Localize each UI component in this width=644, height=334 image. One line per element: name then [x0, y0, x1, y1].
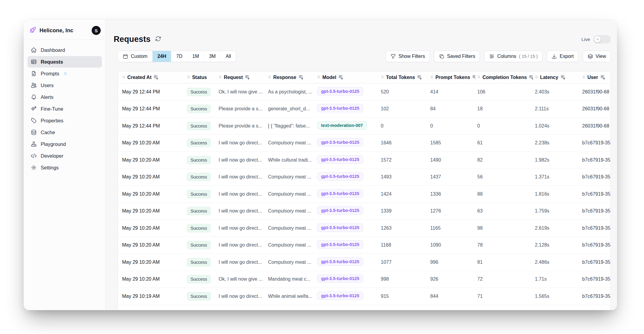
- model-badge: gpt-3.5-turbo-0125: [317, 87, 363, 96]
- table-row[interactable]: May 29 12:44 PMSuccessPlease provide a s…: [118, 101, 611, 118]
- time-filter-1m[interactable]: 1M: [187, 51, 204, 62]
- time-filter-3m[interactable]: 3M: [204, 51, 220, 62]
- cell-user: b7c67919-35: [580, 191, 611, 197]
- column-header-prompt-tokens[interactable]: ⠿Prompt Tokens: [428, 75, 475, 80]
- cell-status: Success: [185, 190, 217, 198]
- sort-button[interactable]: [338, 75, 343, 80]
- time-filter-24h[interactable]: 24H: [152, 51, 171, 62]
- sort-button[interactable]: [529, 75, 533, 80]
- sort-button[interactable]: [472, 75, 475, 80]
- sidebar-item-playground[interactable]: Playground: [27, 138, 102, 150]
- table-row[interactable]: May 29 10:19 AMSuccessI will now go dire…: [118, 288, 611, 305]
- sort-button[interactable]: [560, 75, 566, 80]
- cell-completion-tokens: 88: [475, 191, 533, 197]
- sidebar-item-developer[interactable]: Developer: [27, 150, 102, 162]
- table-row[interactable]: May 29 10:20 AMSuccessI will now go dire…: [118, 152, 611, 169]
- drag-handle-icon[interactable]: ⠿: [477, 75, 480, 79]
- cell-response: As a psychologist, ...: [266, 89, 315, 95]
- sort-button[interactable]: [298, 75, 304, 80]
- sidebar-item-cache[interactable]: Cache: [27, 127, 102, 138]
- cell-model: gpt-3.5-turbo-0125: [315, 257, 379, 267]
- drag-handle-icon[interactable]: ⠿: [219, 75, 222, 79]
- cell-response: Compulsory meat ...: [266, 191, 315, 197]
- column-header-response[interactable]: ⠿Response: [266, 75, 315, 80]
- cell-user: b7c67919-35: [580, 140, 611, 146]
- drag-handle-icon[interactable]: ⠿: [535, 75, 538, 79]
- table-row[interactable]: May 29 10:20 AMSuccessOk, I will now giv…: [118, 271, 611, 288]
- sidebar-item-properties[interactable]: Properties: [27, 115, 102, 126]
- column-header-status[interactable]: ⠿Status: [185, 75, 217, 80]
- sidebar-item-users[interactable]: Users: [27, 80, 102, 91]
- cell-completion-tokens: 82: [475, 157, 533, 163]
- sort-button[interactable]: [417, 75, 422, 80]
- cell-prompt-tokens: 1090: [428, 242, 475, 248]
- table-row[interactable]: May 29 12:44 PMSuccessOk, I will now giv…: [118, 84, 611, 101]
- table-row[interactable]: May 29 10:20 AMSuccessI will now go dire…: [118, 135, 611, 152]
- users-icon: [31, 82, 37, 88]
- avatar[interactable]: S: [92, 26, 101, 35]
- column-label: Prompt Tokens: [435, 75, 470, 80]
- cell-created-at: May 29 10:20 AM: [120, 242, 185, 248]
- table-row[interactable]: May 29 10:20 AMSuccessI will now go dire…: [118, 237, 611, 254]
- cell-request: Please provide a s...: [217, 106, 266, 112]
- time-filter-custom[interactable]: Custom: [118, 51, 152, 62]
- sidebar-item-prompts[interactable]: Prompts: [27, 68, 102, 79]
- column-label: Completion Tokens: [482, 75, 527, 80]
- cell-model: gpt-3.5-turbo-0125: [315, 189, 379, 199]
- table-row[interactable]: May 29 10:20 AMSuccessI will now go dire…: [118, 220, 611, 237]
- sort-desc-icon: [600, 75, 605, 80]
- columns-button[interactable]: Columns( 15 / 15 ): [484, 51, 542, 62]
- cell-total-tokens: 1493: [379, 174, 428, 180]
- table-row[interactable]: May 29 10:20 AMSuccessI will now go dire…: [118, 203, 611, 220]
- drag-handle-icon[interactable]: ⠿: [268, 75, 271, 79]
- drag-handle-icon[interactable]: ⠿: [381, 75, 384, 79]
- table-row[interactable]: May 29 10:20 AMSuccessI will now go dire…: [118, 254, 611, 271]
- sidebar-item-requests[interactable]: Requests: [27, 56, 102, 68]
- table-row[interactable]: May 29 10:20 AMSuccessI will now go dire…: [118, 186, 611, 203]
- column-header-latency[interactable]: ⠿Latency: [533, 75, 580, 80]
- table-row[interactable]: May 29 10:20 AMSuccessI will now go dire…: [118, 169, 611, 186]
- sidebar-item-fine-tune[interactable]: Fine-Tune: [27, 103, 102, 115]
- saved-filters-button[interactable]: Saved Filters: [434, 51, 480, 62]
- cell-created-at: May 29 10:20 AM: [120, 174, 185, 180]
- rocket-icon: [30, 27, 36, 33]
- drag-handle-icon[interactable]: ⠿: [430, 75, 433, 79]
- sidebar-item-settings[interactable]: Settings: [27, 162, 102, 173]
- cell-total-tokens: 520: [379, 89, 428, 95]
- sort-button[interactable]: [600, 75, 605, 80]
- column-header-model[interactable]: ⠿Model: [315, 75, 379, 80]
- sidebar-item-label: Users: [41, 83, 54, 88]
- cell-total-tokens: 1263: [379, 225, 428, 231]
- column-header-created-at[interactable]: ⠿Created At: [120, 75, 185, 80]
- column-header-user[interactable]: ⠿User: [580, 75, 611, 80]
- view-button[interactable]: View: [583, 51, 611, 62]
- cell-status: Success: [185, 207, 217, 215]
- sliders-icon: [489, 54, 494, 59]
- drag-handle-icon[interactable]: ⠿: [317, 75, 320, 79]
- show-filters-button[interactable]: Show Filters: [386, 51, 430, 62]
- sidebar-item-dashboard[interactable]: Dashboard: [27, 44, 102, 56]
- live-toggle[interactable]: ✳: [593, 35, 611, 43]
- sidebar-item-alerts[interactable]: Alerts: [27, 91, 102, 103]
- cell-created-at: May 29 10:20 AM: [120, 276, 185, 282]
- export-button[interactable]: Export: [547, 51, 578, 62]
- refresh-button[interactable]: [155, 36, 161, 43]
- home-icon: [31, 47, 37, 53]
- cell-completion-tokens: 98: [475, 225, 533, 231]
- status-badge: Success: [187, 190, 211, 198]
- sort-button[interactable]: [245, 75, 250, 80]
- sort-button[interactable]: [153, 75, 159, 80]
- column-header-total-tokens[interactable]: ⠿Total Tokens: [379, 75, 428, 80]
- time-filter-all[interactable]: All: [220, 51, 236, 62]
- table-row[interactable]: May 29 12:44 PMSuccessPlease provide a s…: [118, 118, 611, 135]
- drag-handle-icon[interactable]: ⠿: [187, 75, 190, 79]
- model-badge: text-moderation-007: [317, 121, 367, 130]
- column-header-request[interactable]: ⠿Request: [217, 75, 266, 80]
- time-filter-7d[interactable]: 7D: [171, 51, 187, 62]
- cell-request: I will now go direct...: [217, 174, 266, 180]
- org-switcher[interactable]: Helicone, Inc S: [24, 20, 106, 39]
- drag-handle-icon[interactable]: ⠿: [582, 75, 585, 79]
- cell-model: gpt-3.5-turbo-0125: [315, 240, 379, 250]
- drag-handle-icon[interactable]: ⠿: [122, 75, 125, 79]
- column-header-completion-tokens[interactable]: ⠿Completion Tokens: [475, 75, 533, 80]
